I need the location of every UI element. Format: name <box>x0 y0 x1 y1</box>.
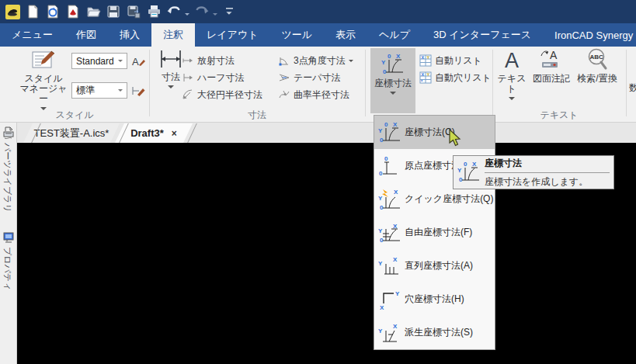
svg-text:Y: Y <box>378 195 383 202</box>
svg-text:Y: Y <box>378 227 383 234</box>
svg-text:A: A <box>132 56 139 68</box>
tab-annotation[interactable]: 注釈 <box>151 23 195 47</box>
title-bar <box>0 0 636 23</box>
dim-style-combo[interactable]: 標準 <box>71 82 127 99</box>
auto-hole-list-button[interactable]: XY* 自動穴リスト <box>419 70 492 85</box>
half-dim-label: ハーフ寸法 <box>197 71 245 85</box>
import-document-icon[interactable] <box>63 2 83 21</box>
print-icon[interactable] <box>144 2 164 21</box>
tab-tools[interactable]: ツール <box>269 23 324 47</box>
style-manager-label-2: マネージャー <box>19 83 67 104</box>
group-label-text: テキスト <box>492 109 626 121</box>
sidebar-tab-properties[interactable]: プロパティ <box>2 247 13 290</box>
doc-tab-test[interactable]: TEST装置-A.ics* <box>23 123 120 143</box>
text-button[interactable]: A テキスト <box>494 48 530 100</box>
sidebar-tab-parts-library[interactable]: パーツライブラリ <box>2 143 13 213</box>
curvature-radius-dim-button[interactable]: 曲率半径寸法 <box>278 87 349 102</box>
svg-text:X: X <box>393 323 398 330</box>
search-replace-button[interactable]: ABC 検索/置換 <box>573 48 621 84</box>
menu-item-serial-coordinate-dim[interactable]: XY 直列座標寸法(A) <box>374 249 495 283</box>
coordinate-dim-button[interactable]: 0X Y0 座標寸法 <box>370 48 415 113</box>
three-point-angle-dim-label: 3点角度寸法 <box>294 54 346 68</box>
style-manager-icon <box>31 48 56 71</box>
toolbar-overflow-icon[interactable] <box>220 2 240 21</box>
coordinate-dim-icon: 0X Y0 <box>381 53 405 76</box>
group-label-style: スタイル <box>0 109 149 121</box>
menu-item-derived-coordinate-dim[interactable]: XY 派生座標寸法(S) <box>374 316 495 349</box>
group-separator <box>149 50 150 116</box>
new-document-icon[interactable] <box>23 2 43 21</box>
edit-text-style-button[interactable]: A <box>130 53 147 69</box>
dimension-icon <box>159 48 182 70</box>
tab-synergy-client[interactable]: IronCAD Synergy Client <box>543 23 636 47</box>
serial-coordinate-dim-icon: XY <box>378 255 401 278</box>
tab-insert[interactable]: 挿入 <box>108 23 151 47</box>
next-group-partial-label: 数 <box>629 81 636 95</box>
radial-dim-label: 放射寸法 <box>197 54 235 68</box>
menu-item-free-coordinate-dim[interactable]: XY0 自由座標寸法(F) <box>374 216 495 249</box>
search-replace-label: 検索/置換 <box>577 74 617 84</box>
menu-item-label: 座標寸法(C) <box>405 126 455 139</box>
coordinate-dim-dropdown-menu: 0XY0 座標寸法(C) 00 原点座標寸法 XY0 クイック座標寸法(Q) X… <box>374 115 495 350</box>
app-logo-icon[interactable] <box>2 2 23 21</box>
text-icon: A <box>501 48 523 71</box>
undo-icon[interactable] <box>164 2 184 21</box>
auto-list-icon: XY <box>419 54 432 67</box>
auto-list-button[interactable]: XY 自動リスト <box>419 53 482 68</box>
hole-coordinate-dim-icon: YX <box>378 288 401 311</box>
three-point-angle-dim-icon <box>278 54 290 67</box>
curvature-radius-dim-icon <box>278 88 290 101</box>
svg-text:X: X <box>396 53 401 60</box>
group-separator <box>365 50 366 116</box>
svg-text:Y: Y <box>378 127 383 134</box>
tooltip: 0XY0 座標寸法 座標寸法を作成します。 <box>453 155 614 189</box>
auto-list-label: 自動リスト <box>435 54 482 68</box>
svg-text:X: X <box>380 304 384 311</box>
large-radius-dim-label: 大径円半径寸法 <box>197 88 262 102</box>
open-folder-icon[interactable] <box>83 2 103 21</box>
tab-sakuzu[interactable]: 作図 <box>64 23 108 47</box>
curvature-radius-dim-label: 曲率半径寸法 <box>294 88 349 102</box>
large-radius-dim-button[interactable]: 大径円半径寸法 <box>182 87 262 102</box>
chevron-down-icon <box>168 85 174 88</box>
properties-icon[interactable] <box>3 232 15 247</box>
left-dock-bar: パーツライブラリ プロパティ <box>0 123 17 364</box>
taper-dim-label: テーパ寸法 <box>294 71 341 85</box>
chevron-down-icon <box>118 89 123 92</box>
text-style-combo[interactable]: Standard <box>71 53 127 69</box>
svg-text:X: X <box>472 161 477 168</box>
edit-dim-style-button[interactable] <box>130 82 147 99</box>
half-dim-button[interactable]: ハーフ寸法 <box>182 70 245 85</box>
tab-3d-interface[interactable]: 3D インターフェース <box>422 23 543 47</box>
auto-hole-list-label: 自動穴リスト <box>435 71 492 85</box>
taper-dim-button[interactable]: テーパ寸法 <box>278 70 341 85</box>
style-manager-button[interactable]: スタイル マネージャー <box>16 48 71 110</box>
tab-help[interactable]: ヘルプ <box>367 23 422 47</box>
radial-dim-button[interactable]: 放射寸法 <box>182 53 235 68</box>
drawing-note-icon: A <box>540 48 563 71</box>
svg-text:Y: Y <box>457 167 462 174</box>
auto-hole-list-icon: XY* <box>419 71 432 84</box>
radial-dim-icon <box>182 54 194 67</box>
undo-dropdown-icon[interactable] <box>185 5 189 19</box>
parts-library-icon[interactable] <box>2 125 15 144</box>
svg-text:X: X <box>394 189 398 196</box>
save-icon[interactable] <box>103 2 123 21</box>
three-point-angle-dim-button[interactable]: 3点角度寸法 <box>278 53 353 68</box>
tab-menu[interactable]: メニュー <box>0 23 64 47</box>
coordinate-dim-icon: 0XY0 <box>378 121 401 144</box>
menu-item-hole-coordinate-dim[interactable]: YX 穴座標寸法(H) <box>374 283 495 316</box>
coordinate-dim-icon: 0XY0 <box>457 161 481 184</box>
tab-view[interactable]: 表示 <box>324 23 367 47</box>
close-tab-icon[interactable]: × <box>172 128 177 139</box>
tab-layout[interactable]: レイアウト <box>195 23 270 47</box>
svg-text:0: 0 <box>464 161 467 168</box>
svg-text:X: X <box>422 55 425 60</box>
open-catalog-icon[interactable] <box>43 2 63 21</box>
drawing-note-button[interactable]: A 図面注記 <box>531 48 572 84</box>
svg-text:Y: Y <box>427 55 430 60</box>
style-manager-label-1: スタイル <box>24 73 62 84</box>
large-radius-dim-icon <box>182 88 194 101</box>
save-copy-icon[interactable] <box>123 2 144 21</box>
menu-item-coordinate-dim[interactable]: 0XY0 座標寸法(C) <box>374 116 495 149</box>
